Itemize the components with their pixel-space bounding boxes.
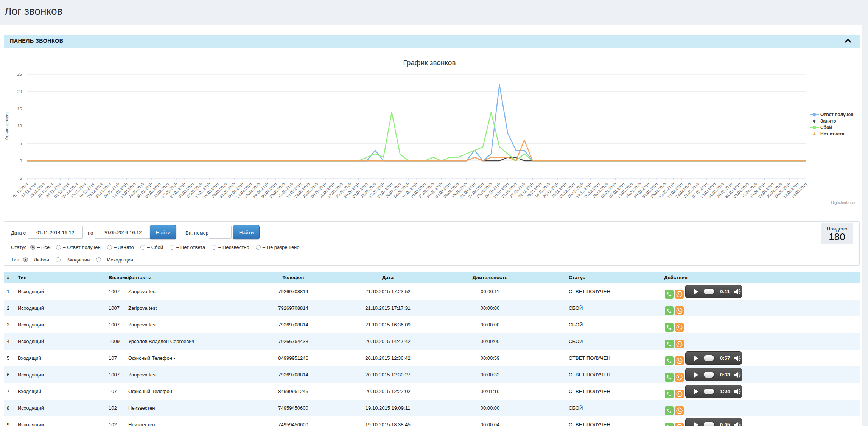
legend-label: Занято: [820, 118, 836, 124]
status-option-4[interactable]: – Нет ответа: [170, 244, 205, 250]
call-icon-button[interactable]: [665, 323, 674, 332]
player-play-button[interactable]: [694, 355, 698, 361]
type-radio-2[interactable]: [96, 257, 101, 262]
status-option-5[interactable]: – Неизвестно: [212, 244, 249, 250]
status-option-2[interactable]: – Занято: [107, 244, 134, 250]
whatsapp-icon-button[interactable]: [675, 373, 684, 382]
player-play-button[interactable]: [694, 389, 698, 395]
status-radio-5[interactable]: [212, 245, 216, 250]
call-icon-button[interactable]: [665, 423, 674, 426]
call-icon-button[interactable]: [665, 356, 674, 365]
type-radio-0[interactable]: [23, 257, 28, 262]
cell-ext: 107: [109, 350, 128, 366]
speaker-icon: [734, 422, 741, 426]
player-play-button[interactable]: [694, 422, 698, 426]
call-icon-button[interactable]: [665, 406, 674, 415]
player-volume-button[interactable]: [734, 355, 741, 361]
cell-duration: 00:00:00: [448, 400, 532, 416]
status-radio-2[interactable]: [107, 245, 112, 250]
speaker-icon: [734, 355, 741, 361]
player-play-button[interactable]: [694, 372, 698, 378]
cell-actions: 0:33: [664, 366, 859, 383]
found-label: Найдено: [821, 226, 853, 232]
ext-number-input[interactable]: [209, 226, 232, 239]
chart-legend: Ответ полученЗанятоСбойНет ответа: [810, 111, 853, 137]
status-option-label: – Не разрешено: [263, 244, 300, 250]
player-progress-knob[interactable]: [704, 355, 714, 361]
phone-circle-icon: [675, 423, 683, 426]
player-progress-knob[interactable]: [704, 289, 714, 294]
whatsapp-icon-button[interactable]: [675, 290, 684, 299]
cell-duration: 00:01:10: [448, 383, 532, 400]
cell-num: 5: [7, 350, 18, 366]
column-header-type: Тип: [18, 272, 105, 283]
date-to-input[interactable]: [95, 226, 150, 239]
cell-type: Исходящий: [18, 283, 105, 300]
whatsapp-icon-button[interactable]: [675, 306, 684, 315]
type-option-label: – Исходящий: [103, 257, 133, 263]
player-progress-knob[interactable]: [704, 422, 714, 426]
player-time: 1:04: [718, 389, 732, 394]
found-count: 180: [821, 232, 853, 243]
found-counter: Найдено 180: [821, 223, 853, 244]
cell-actions: [664, 316, 859, 333]
cell-status: СБОЙ: [569, 300, 663, 316]
cell-ext: 102: [109, 416, 128, 426]
whatsapp-icon-button[interactable]: [675, 390, 684, 398]
player-volume-button[interactable]: [734, 289, 741, 295]
call-icon-button[interactable]: [665, 390, 674, 398]
cell-contact: Zaripova test: [128, 283, 234, 300]
player-time: 0:11: [718, 289, 732, 294]
type-option-0[interactable]: – Любой: [23, 257, 49, 263]
legend-item-3[interactable]: Нет ответа: [810, 131, 853, 137]
cell-ext: 1007: [109, 283, 128, 300]
status-radio-6[interactable]: [256, 245, 261, 250]
legend-item-0[interactable]: Ответ получен: [810, 111, 853, 118]
type-option-1[interactable]: – Входящий: [56, 257, 90, 263]
player-progress-knob[interactable]: [704, 389, 714, 394]
call-icon-button[interactable]: [665, 340, 674, 348]
audio-player: 0:57: [685, 351, 742, 365]
chart-svg: 2520151050-501.11.201407.11.201413.11.20…: [0, 48, 868, 214]
legend-item-1[interactable]: Занято: [810, 118, 853, 124]
whatsapp-icon-button[interactable]: [675, 323, 684, 332]
whatsapp-icon-button[interactable]: [675, 406, 684, 415]
y-axis-tick-label: 20: [17, 89, 22, 94]
status-radio-4[interactable]: [170, 245, 174, 250]
audio-player: 0:05: [685, 418, 742, 426]
call-icon-button[interactable]: [665, 290, 674, 299]
search-ext-button[interactable]: Найти: [233, 225, 260, 239]
date-from-input[interactable]: [28, 226, 83, 239]
legend-marker-icon: [810, 112, 819, 117]
type-radio-1[interactable]: [56, 257, 61, 262]
whatsapp-icon-button[interactable]: [675, 356, 684, 365]
legend-label: Нет ответа: [820, 131, 845, 137]
cell-duration: 00:00:11: [448, 283, 532, 300]
phone-icon: [666, 358, 672, 364]
status-option-1[interactable]: – Ответ получен: [56, 244, 100, 250]
status-radio-1[interactable]: [56, 245, 61, 250]
search-dates-button[interactable]: Найти: [150, 225, 176, 239]
status-radio-0[interactable]: [30, 245, 35, 250]
legend-item-2[interactable]: Сбой: [810, 124, 853, 131]
call-icon-button[interactable]: [665, 306, 674, 315]
player-volume-button[interactable]: [734, 389, 741, 395]
whatsapp-icon-button[interactable]: [675, 423, 684, 426]
call-icon-button[interactable]: [665, 373, 674, 382]
status-option-6[interactable]: – Не разрешено: [256, 244, 300, 250]
phone-circle-icon: [675, 357, 683, 365]
cell-status: СБОЙ: [569, 316, 663, 333]
player-volume-button[interactable]: [734, 422, 741, 426]
player-play-button[interactable]: [694, 289, 698, 295]
collapse-panel-button[interactable]: [844, 37, 852, 45]
player-volume-button[interactable]: [734, 372, 741, 378]
player-progress-knob[interactable]: [704, 372, 714, 378]
cell-type: Входящий: [18, 383, 105, 400]
status-option-3[interactable]: – Сбой: [140, 244, 163, 250]
whatsapp-icon-button[interactable]: [675, 340, 684, 348]
phone-icon: [666, 325, 672, 330]
type-option-2[interactable]: – Исходящий: [96, 257, 133, 263]
status-radio-3[interactable]: [140, 245, 145, 250]
highcharts-credit[interactable]: Highcharts.com: [831, 201, 857, 205]
status-option-0[interactable]: – Все: [30, 244, 50, 250]
